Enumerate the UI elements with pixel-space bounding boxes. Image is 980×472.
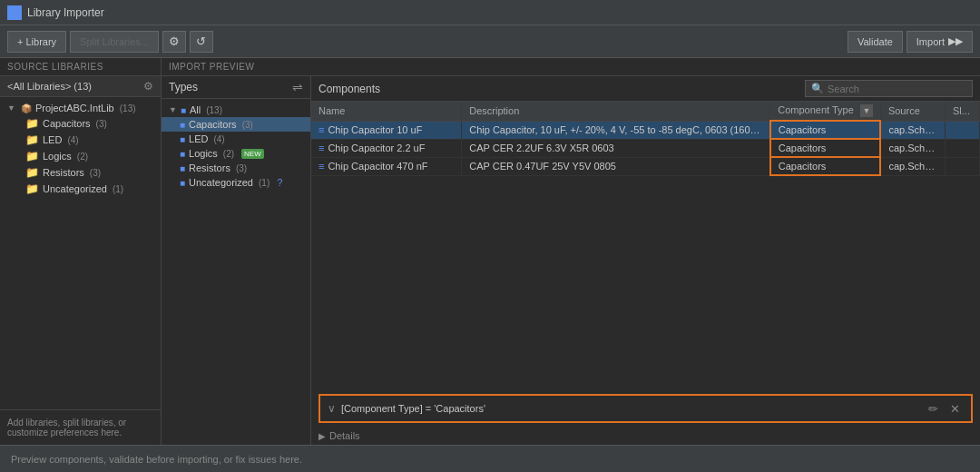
component-icon: ≡ xyxy=(318,161,324,172)
search-icon: 🔍 xyxy=(811,83,824,94)
type-count: (3) xyxy=(236,163,247,173)
tree-item-capacitors[interactable]: 📁 Capacitors (3) xyxy=(0,115,161,132)
cell-description: CAP CER 2.2UF 6.3V X5R 0603 xyxy=(462,139,770,157)
tree-item-resistors[interactable]: 📁 Resistors (3) xyxy=(0,164,161,181)
refresh-button[interactable]: ↺ xyxy=(190,31,213,53)
col-component-type[interactable]: Component Type ▼ xyxy=(770,102,881,121)
tree-item-count: (1) xyxy=(113,184,123,194)
type-item-capacitors[interactable]: ■ Capacitors (3) xyxy=(162,117,310,132)
cell-sl xyxy=(945,157,979,175)
add-library-button[interactable]: + Library xyxy=(7,31,66,53)
table-header: Name Description Component Type ▼ Source… xyxy=(311,102,980,121)
search-box[interactable]: 🔍 xyxy=(805,80,973,97)
title-bar: Library Importer xyxy=(0,0,980,25)
preview-panels: Types ⇌ ▼ ■ All (13) ■ Capacitors xyxy=(162,76,980,445)
type-count: (3) xyxy=(242,120,253,130)
type-item-uncategorized[interactable]: ■ Uncategorized (1) ? xyxy=(162,175,310,190)
app-title: Library Importer xyxy=(27,6,104,19)
import-preview-label: IMPORT PREVIEW xyxy=(162,58,980,76)
tree-item-count: (3) xyxy=(90,168,101,178)
table-row[interactable]: ≡Chip Capacitor 470 nF CAP CER 0.47UF 25… xyxy=(311,157,980,175)
new-badge: NEW xyxy=(241,149,264,159)
types-filter-icon[interactable]: ⇌ xyxy=(292,80,303,94)
col-source: Source xyxy=(880,102,945,121)
source-libraries-label: SOURCE LIBRARIES xyxy=(0,58,161,76)
tree-item-label: Logics xyxy=(43,151,72,162)
tree-item-label: Uncategorized xyxy=(43,183,107,194)
table-body: ≡Chip Capacitor 10 uF Chip Capacitor, 10… xyxy=(311,121,980,175)
filter-expression: [Component Type] = 'Capacitors' xyxy=(341,403,918,414)
component-icon: ≡ xyxy=(318,124,324,135)
details-expand-arrow: ▶ xyxy=(318,431,326,441)
cell-source: cap.SchLib xyxy=(880,139,945,157)
types-panel: Types ⇌ ▼ ■ All (13) ■ Capacitors xyxy=(162,76,311,445)
status-bar: Preview components, validate before impo… xyxy=(0,445,980,472)
type-label: Capacitors xyxy=(189,119,237,130)
cell-sl xyxy=(945,121,979,139)
type-icon: ■ xyxy=(180,163,185,173)
tree-item-projectabc[interactable]: ▼ 📦 ProjectABC.IntLib (13) xyxy=(0,101,161,115)
tree-item-logics[interactable]: 📁 Logics (2) xyxy=(0,148,161,164)
column-filter-icon: ▼ xyxy=(860,104,873,117)
sidebar-footer: Add libraries, split libraries, or custo… xyxy=(0,409,161,445)
table-row[interactable]: ≡Chip Capacitor 2.2 uF CAP CER 2.2UF 6.3… xyxy=(311,139,980,157)
folder-icon: 📁 xyxy=(25,150,39,162)
tree-item-label: ProjectABC.IntLib xyxy=(35,103,114,113)
type-icon: ■ xyxy=(180,178,185,188)
filter-chevron-icon[interactable]: ∨ xyxy=(328,402,336,415)
library-settings-icon[interactable]: ⚙ xyxy=(143,80,153,93)
settings-button[interactable]: ⚙ xyxy=(162,31,186,53)
type-expand-arrow: ▼ xyxy=(169,105,177,114)
filter-actions: ✏ ✕ xyxy=(924,399,964,418)
type-item-led[interactable]: ■ LED (4) xyxy=(162,132,310,146)
sidebar-tree: ▼ 📦 ProjectABC.IntLib (13) 📁 Capacitors … xyxy=(0,97,161,409)
folder-icon: 📁 xyxy=(25,182,39,195)
split-libraries-button[interactable]: Split Libraries... xyxy=(70,31,159,53)
types-list: ▼ ■ All (13) ■ Capacitors (3) ■ LED xyxy=(162,99,310,445)
type-count: (1) xyxy=(259,178,270,188)
col-description: Description xyxy=(462,102,770,121)
validate-button[interactable]: Validate xyxy=(848,31,903,53)
types-panel-header: Types ⇌ xyxy=(162,76,310,99)
toolbar: + Library Split Libraries... ⚙ ↺ Validat… xyxy=(0,25,980,58)
import-button[interactable]: Import ▶▶ xyxy=(906,31,973,53)
details-bar[interactable]: ▶ Details xyxy=(311,427,980,445)
cell-name: ≡Chip Capacitor 470 nF xyxy=(311,157,462,175)
col-sl: Sl... xyxy=(945,102,979,121)
svg-rect-2 xyxy=(10,8,13,10)
type-label: Logics xyxy=(189,148,218,159)
help-icon[interactable]: ? xyxy=(277,177,282,188)
cell-name: ≡Chip Capacitor 10 uF xyxy=(311,121,462,139)
status-text: Preview components, validate before impo… xyxy=(11,454,302,465)
library-selector-bar: <All Libraries> (13) ⚙ xyxy=(0,76,161,97)
sidebar: SOURCE LIBRARIES <All Libraries> (13) ⚙ … xyxy=(0,58,162,445)
search-input[interactable] xyxy=(828,84,966,94)
folder-icon: 📁 xyxy=(25,117,39,130)
cell-name: ≡Chip Capacitor 2.2 uF xyxy=(311,139,462,157)
type-item-all[interactable]: ▼ ■ All (13) xyxy=(162,103,310,117)
filter-clear-button[interactable]: ✕ xyxy=(946,399,964,418)
type-label: Uncategorized xyxy=(189,177,253,188)
cell-component-type: Capacitors xyxy=(770,121,881,139)
library-selector-label[interactable]: <All Libraries> (13) xyxy=(7,81,92,92)
folder-icon: 📁 xyxy=(25,166,39,179)
details-label: Details xyxy=(329,430,360,441)
type-label: Resistors xyxy=(189,162,230,173)
type-item-logics[interactable]: ■ Logics (2) NEW xyxy=(162,146,310,161)
components-label: Components xyxy=(318,83,380,95)
filter-edit-button[interactable]: ✏ xyxy=(924,399,942,418)
tree-item-count: (2) xyxy=(77,152,88,162)
cell-source: cap.SchLib xyxy=(880,157,945,175)
col-name: Name xyxy=(311,102,462,121)
content-area: IMPORT PREVIEW Types ⇌ ▼ ■ All (13) xyxy=(162,58,980,445)
tree-item-led[interactable]: 📁 LED (4) xyxy=(0,132,161,148)
table-row[interactable]: ≡Chip Capacitor 10 uF Chip Capacitor, 10… xyxy=(311,121,980,139)
type-item-resistors[interactable]: ■ Resistors (3) xyxy=(162,161,310,175)
tree-item-uncategorized[interactable]: 📁 Uncategorized (1) xyxy=(0,181,161,197)
type-label: LED xyxy=(189,133,208,144)
cell-description: CAP CER 0.47UF 25V Y5V 0805 xyxy=(462,157,770,175)
folder-icon: 📁 xyxy=(25,133,39,146)
cell-source: cap.SchLib xyxy=(880,121,945,139)
components-panel: Components 🔍 Name Description xyxy=(311,76,980,445)
tree-item-label: Capacitors xyxy=(43,118,91,129)
